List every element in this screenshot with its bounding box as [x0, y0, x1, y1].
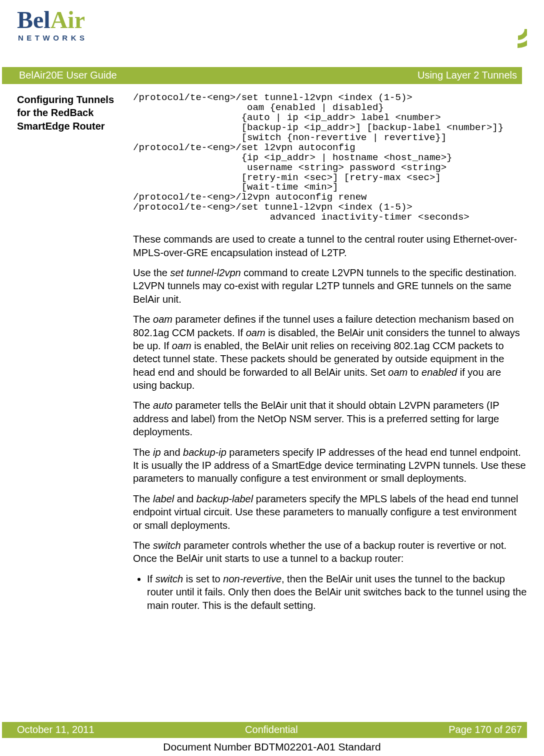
para-switch: The switch parameter controls whether th… [133, 539, 527, 565]
logo-word1: Bel [17, 7, 50, 33]
guide-title: BelAir20E User Guide [19, 70, 117, 81]
footer-confidential: Confidential [245, 724, 298, 735]
command-syntax: /protocol/te-<eng>/set tunnel-l2vpn <ind… [133, 93, 527, 223]
section-title: Using Layer 2 Tunnels [418, 70, 517, 81]
para-set-tunnel: Use the set tunnel-l2vpn command to crea… [133, 266, 527, 306]
logo-word2: Air [50, 7, 85, 33]
page-header: BelAir NETWORKS [17, 9, 527, 65]
switch-list: If switch is set to non-revertive, then … [137, 572, 527, 612]
footer-bar: October 11, 2011 Confidential Page 170 o… [2, 722, 527, 738]
logo-sub: NETWORKS [18, 34, 88, 42]
para-intro: These commands are used to create a tunn… [133, 233, 527, 259]
list-item: If switch is set to non-revertive, then … [147, 572, 527, 612]
belair-logo: BelAir NETWORKS [17, 9, 88, 42]
para-oam: The oam parameter defines if the tunnel … [133, 313, 527, 392]
footer-page: Page 170 of 267 [448, 724, 522, 735]
para-label: The label and backup-label parameters sp… [133, 492, 527, 532]
footer-date: October 11, 2011 [17, 724, 94, 735]
content-area: Configuring Tunnels for the RedBack Smar… [17, 93, 527, 619]
para-auto: The auto parameter tells the BelAir unit… [133, 399, 527, 438]
body-text: /protocol/te-<eng>/set tunnel-l2vpn <ind… [133, 93, 527, 619]
footer-docnum: Document Number BDTM02201-A01 Standard [0, 741, 544, 753]
title-bar: BelAir20E User Guide Using Layer 2 Tunne… [2, 67, 522, 84]
wifi-icon [470, 9, 527, 49]
para-ip: The ip and backup-ip parameters specify … [133, 446, 527, 485]
side-heading: Configuring Tunnels for the RedBack Smar… [17, 93, 133, 619]
